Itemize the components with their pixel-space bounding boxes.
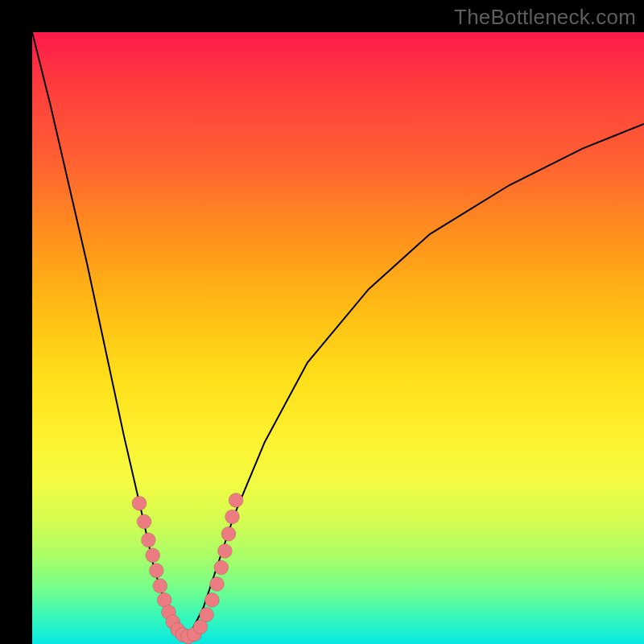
marker-dot (214, 560, 229, 575)
marker-dot (162, 605, 176, 620)
marker-group (132, 493, 243, 644)
marker-dot (149, 564, 163, 578)
marker-dot (225, 510, 240, 524)
marker-dot (210, 577, 225, 592)
marker-dot (157, 592, 171, 607)
marker-dot (187, 627, 201, 642)
marker-dot (175, 628, 190, 642)
marker-dot (137, 514, 151, 529)
marker-dot (221, 526, 236, 541)
marker-dot (229, 493, 243, 507)
marker-dot (132, 496, 147, 510)
bottleneck-curve (32, 32, 644, 638)
marker-dot (200, 608, 214, 622)
chart-frame: TheBottleneck.com (0, 0, 644, 644)
marker-dot (171, 623, 185, 638)
marker-dot (153, 579, 167, 593)
marker-dot (166, 615, 180, 630)
marker-dot (204, 592, 219, 607)
marker-dot (193, 620, 208, 634)
marker-dot (146, 548, 160, 563)
watermark-text: TheBottleneck.com (454, 5, 636, 30)
plot-area (32, 32, 644, 644)
marker-dot (141, 533, 155, 547)
marker-dot (217, 544, 232, 559)
curve-layer (32, 32, 644, 644)
marker-dot (181, 630, 196, 644)
